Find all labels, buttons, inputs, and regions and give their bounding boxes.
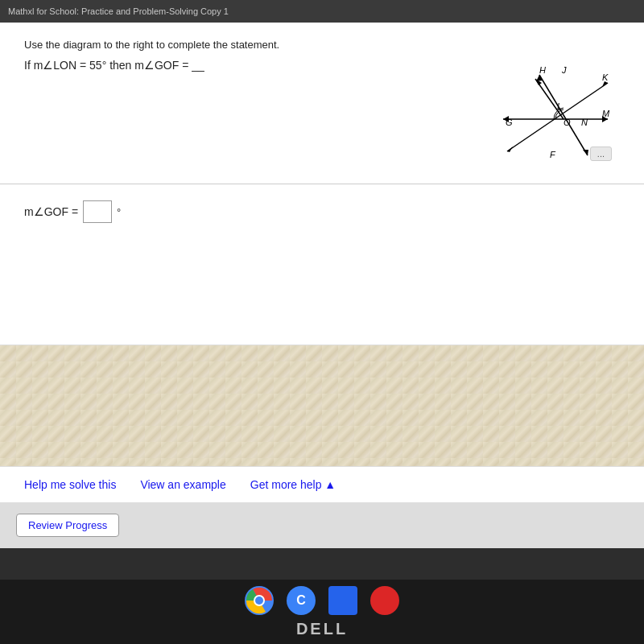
answer-label: m∠GOF = bbox=[24, 205, 78, 218]
chrome-icon[interactable] bbox=[245, 586, 274, 615]
svg-line-3 bbox=[539, 75, 588, 155]
textured-decorative-area bbox=[0, 345, 644, 466]
svg-text:M: M bbox=[602, 109, 610, 118]
dell-logo: DELL bbox=[296, 620, 348, 638]
red-app-icon[interactable] bbox=[370, 586, 399, 615]
help-me-solve-button[interactable]: Help me solve this bbox=[24, 478, 116, 491]
get-more-help-button[interactable]: Get more help ▲ bbox=[250, 478, 336, 491]
svg-text:K: K bbox=[602, 72, 609, 82]
main-content: Use the diagram to the right to complete… bbox=[0, 23, 644, 548]
taskbar-icons-row: C bbox=[245, 586, 399, 615]
instruction-text: Use the diagram to the right to complete… bbox=[24, 39, 443, 51]
review-progress-button[interactable]: Review Progress bbox=[16, 514, 119, 537]
svg-text:O: O bbox=[564, 118, 571, 127]
svg-marker-2 bbox=[507, 147, 513, 152]
answer-row: m∠GOF = ° bbox=[24, 200, 620, 223]
blue-app-icon[interactable] bbox=[328, 586, 357, 615]
review-progress-area: Review Progress bbox=[0, 502, 644, 548]
top-bar-title: Mathxl for School: Practice and Problem-… bbox=[8, 6, 229, 16]
question-text: Use the diagram to the right to complete… bbox=[24, 39, 459, 80]
question-area: Use the diagram to the right to complete… bbox=[0, 23, 644, 184]
svg-marker-5 bbox=[583, 150, 588, 155]
gof-answer-input[interactable] bbox=[83, 200, 112, 223]
bottom-links-bar: Help me solve this View an example Get m… bbox=[0, 466, 644, 502]
svg-line-0 bbox=[507, 83, 608, 151]
svg-text:G: G bbox=[506, 118, 513, 127]
answer-area: m∠GOF = ° bbox=[0, 184, 644, 345]
svg-point-22 bbox=[255, 597, 263, 605]
degree-symbol: ° bbox=[117, 206, 121, 218]
view-example-button[interactable]: View an example bbox=[140, 478, 225, 491]
svg-text:N: N bbox=[581, 118, 588, 127]
blank-line: __ bbox=[192, 59, 204, 72]
diagram-container: H J K L M G O N F bbox=[459, 39, 620, 167]
taskbar: C DELL bbox=[0, 580, 644, 644]
svg-line-9 bbox=[535, 79, 564, 119]
more-options-button[interactable]: ... bbox=[590, 147, 612, 161]
chromebook-icon[interactable]: C bbox=[287, 586, 316, 615]
svg-text:J: J bbox=[561, 65, 567, 75]
svg-text:H: H bbox=[539, 65, 546, 75]
top-bar: Mathxl for School: Practice and Problem-… bbox=[0, 0, 644, 23]
if-statement-text: If m∠LON = 55° then m∠GOF = __ bbox=[24, 59, 443, 72]
svg-text:F: F bbox=[550, 150, 556, 159]
